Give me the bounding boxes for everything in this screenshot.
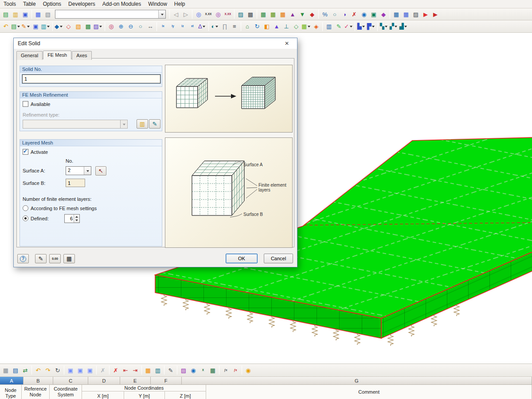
dropdown-arrow-icon[interactable] [59,22,63,31]
clipping-icon[interactable]: ∏ [220,22,230,31]
load-case-prev-icon[interactable]: ▙ [356,22,366,31]
column-header-b[interactable]: B [23,377,54,384]
window-print-icon[interactable]: ▦ [391,9,401,19]
export-table-button[interactable]: ▦ [63,254,75,263]
mesh-generate2-icon[interactable]: ▼ [297,9,307,19]
radio-defined[interactable]: Defined: [23,215,49,221]
dropdown-arrow-icon[interactable] [384,22,388,31]
dropdown-arrow-icon[interactable] [349,22,353,31]
openings-icon[interactable]: ▨ [93,22,103,31]
rotate-view-icon[interactable]: Δ [197,22,207,31]
guides-icon[interactable]: ⊥ [282,22,291,31]
insert-row-icon[interactable]: ⇤ [121,365,130,375]
mesh-check-icon[interactable]: ▲ [288,9,297,19]
snapshot-icon[interactable]: ▣ [369,9,379,19]
refinement-combo-dropdown-icon[interactable] [120,120,127,128]
table-view-icon[interactable]: ▦ [33,9,43,19]
cancel-button[interactable]: Cancel [264,254,293,263]
render-icon[interactable]: ◧ [262,22,272,31]
table-grid-icon[interactable]: ▦ [143,365,153,375]
table-list-icon[interactable]: ▥ [153,365,163,375]
refinement-type-combo[interactable] [23,120,128,129]
snap-icon[interactable]: ◇ [291,22,301,31]
jump-back-icon[interactable]: ↶ [33,365,43,375]
edit-object-icon[interactable]: ✎ [21,22,31,31]
zoom-in-icon[interactable]: ⊕ [116,22,126,31]
ole-link-icon[interactable]: ◉ [188,365,198,375]
mesh-settings-icon[interactable]: ▦ [268,9,278,19]
view-mode1-icon[interactable]: ▣ [66,365,75,375]
work-plane-icon[interactable]: ◈ [311,22,321,31]
dropdown-arrow-icon[interactable] [215,22,219,31]
menu-options[interactable]: Options [39,0,65,8]
results-panel2-icon[interactable]: ▞ [389,22,399,31]
display-properties-icon[interactable]: ▨ [236,9,246,19]
display-colors-icon[interactable]: ✓ [344,22,353,31]
shortcut-keys-icon[interactable]: ▩ [246,9,255,19]
dropdown-arrow-icon[interactable] [307,22,311,31]
defined-layers-input[interactable] [65,215,74,223]
mirror-icon[interactable]: ◑ [340,9,349,19]
dropdown-arrow-icon[interactable] [202,22,206,31]
info-icon[interactable]: ◉ [359,9,369,19]
menu-developers[interactable]: Developers [65,0,99,8]
pick-surface-button[interactable]: ↖ [95,166,106,176]
activate-checkbox[interactable]: Activate [23,149,48,155]
ok-button[interactable]: OK [226,254,258,263]
visibility-icon[interactable]: ◐ [210,22,220,31]
generate-mesh-icon[interactable]: ▦ [258,9,268,19]
column-header-d[interactable]: D [88,377,120,384]
delete-row-icon[interactable]: ✗ [111,365,121,375]
dropdown-arrow-icon[interactable] [362,22,366,31]
zoom-numbering-icon[interactable]: ◎ [213,9,223,19]
view-x-icon[interactable]: Ix [158,22,168,31]
run-calculation-icon[interactable]: ▶ [421,9,430,19]
table-settings-icon[interactable]: ▧ [43,9,53,19]
edit-cell-icon[interactable]: ✎ [166,365,176,375]
picture-icon[interactable]: ▨ [179,365,188,375]
dropdown-arrow-icon[interactable] [16,22,20,31]
grid-icon[interactable]: ▦ [301,22,311,31]
view-mode2-icon[interactable]: ▣ [75,365,85,375]
solids-icon[interactable]: ▩ [83,22,93,31]
copy-icon[interactable]: ▣ [20,9,30,19]
defined-layers-spinner[interactable] [64,214,80,223]
new-object-icon[interactable]: ▤ [11,22,21,31]
dropdown-arrow-icon[interactable] [404,22,408,31]
load-case-next-icon[interactable]: ▛ [366,22,376,31]
column-header-f[interactable]: F [151,377,182,384]
comment-icon[interactable]: ✎ [334,22,344,31]
results-panel1-icon[interactable]: ▚ [379,22,389,31]
view-z-icon[interactable]: Iz [178,22,188,31]
percent-icon[interactable]: % [320,9,330,19]
edit-comment-button[interactable]: ✎ [35,254,47,263]
units-button[interactable]: 0.00 [49,254,61,263]
header-z[interactable]: Z [m] [165,391,206,399]
perspective-icon[interactable]: ⌂ [243,22,252,31]
back-icon[interactable]: ◁ [171,9,181,19]
menu-window[interactable]: Window [145,0,171,8]
table-transfer-icon[interactable]: ⇄ [20,365,30,375]
report-icon[interactable]: ▥ [324,22,334,31]
open-model-icon[interactable]: ▥ [11,9,20,19]
display-mode-icon[interactable]: ▲ [272,22,282,31]
dropdown-arrow-icon[interactable] [99,22,103,31]
spinner-down-icon[interactable] [74,219,79,223]
renumber-icon[interactable]: X.XX [223,9,233,19]
table-copy-icon[interactable]: ▦ [1,365,11,375]
surface-a-dropdown-icon[interactable] [84,167,91,175]
column-header-e[interactable]: E [120,377,151,384]
surfaces-icon[interactable]: ▧ [74,22,83,31]
dialog-titlebar[interactable]: Edit Solid ✕ [14,38,297,49]
mesh-quality-icon[interactable]: ◆ [307,9,317,19]
print-icon[interactable]: ▨ [411,9,421,19]
menu-add-on-modules[interactable]: Add-on Modules [99,0,145,8]
header-node-coordinates[interactable]: Node Coordinates X [m] Y [m] Z [m] [82,385,206,399]
copy-object-icon[interactable]: ▥ [40,22,51,31]
tab-general[interactable]: General [16,51,43,60]
clear-filter-icon[interactable]: ✗ [98,365,108,375]
undo-icon[interactable]: ↶ [1,22,11,31]
help-button[interactable]: ? [17,254,29,263]
plugin-icon[interactable]: ◆ [379,9,388,19]
delete-function-icon[interactable]: ƒx [231,365,240,375]
